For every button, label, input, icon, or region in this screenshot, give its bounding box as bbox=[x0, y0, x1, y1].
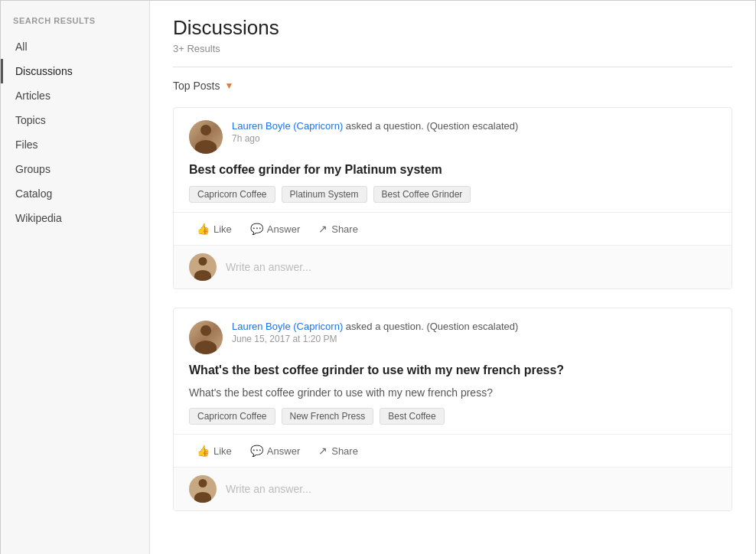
answer-icon: 💬 bbox=[250, 445, 263, 457]
post-timestamp: 7h ago bbox=[232, 133, 716, 144]
post-timestamp: June 15, 2017 at 1:20 PM bbox=[232, 334, 716, 344]
top-posts-label: Top Posts bbox=[173, 80, 220, 92]
post-card: Lauren Boyle (Capricorn) asked a questio… bbox=[173, 308, 732, 511]
like-label: Like bbox=[213, 223, 232, 235]
avatar bbox=[189, 321, 223, 354]
like-icon: 👍 bbox=[197, 223, 210, 235]
post-title: What's the best coffee grinder to use wi… bbox=[174, 363, 732, 377]
post-meta: Lauren Boyle (Capricorn) asked a questio… bbox=[232, 120, 716, 144]
tag[interactable]: Best Coffee bbox=[380, 408, 444, 425]
answer-placeholder[interactable]: Write an answer... bbox=[226, 483, 311, 495]
answer-button[interactable]: 💬 Answer bbox=[243, 219, 308, 239]
main-content: Discussions 3+ Results Top Posts ▼ Laure… bbox=[150, 1, 755, 554]
sidebar-item-all[interactable]: All bbox=[1, 34, 149, 59]
sidebar-item-groups[interactable]: Groups bbox=[1, 157, 149, 181]
post-meta: Lauren Boyle (Capricorn) asked a questio… bbox=[232, 321, 716, 344]
post-author-link[interactable]: Lauren Boyle (Capricorn) bbox=[232, 120, 343, 132]
avatar-image bbox=[189, 321, 223, 354]
post-action-text: asked a question. (Question escalated) bbox=[346, 120, 518, 132]
sidebar: SEARCH RESULTS All Discussions Articles … bbox=[1, 1, 150, 554]
top-posts-dropdown-icon[interactable]: ▼ bbox=[224, 80, 233, 91]
avatar bbox=[189, 120, 223, 154]
like-button[interactable]: 👍 Like bbox=[189, 219, 240, 239]
share-icon: ↗ bbox=[318, 445, 327, 457]
action-bar: 👍 Like 💬 Answer ↗ Share bbox=[174, 212, 732, 245]
post-action-text: asked a question. (Question escalated) bbox=[346, 321, 518, 332]
answer-avatar bbox=[189, 475, 217, 503]
avatar-image bbox=[189, 120, 223, 154]
share-label: Share bbox=[331, 223, 358, 235]
tag[interactable]: Best Coffee Grinder bbox=[373, 186, 471, 203]
answer-button[interactable]: 💬 Answer bbox=[243, 441, 308, 461]
post-card: Lauren Boyle (Capricorn) asked a questio… bbox=[173, 107, 732, 289]
tag[interactable]: Capricorn Coffee bbox=[189, 186, 275, 203]
post-author-line: Lauren Boyle (Capricorn) asked a questio… bbox=[232, 120, 716, 132]
answer-label: Answer bbox=[267, 445, 300, 457]
share-button[interactable]: ↗ Share bbox=[311, 219, 366, 239]
sidebar-header: SEARCH RESULTS bbox=[1, 16, 149, 34]
answer-icon: 💬 bbox=[250, 223, 263, 235]
sidebar-item-files[interactable]: Files bbox=[1, 132, 149, 157]
tags-row: Capricorn Coffee Platinum System Best Co… bbox=[174, 186, 732, 203]
post-header: Lauren Boyle (Capricorn) asked a questio… bbox=[189, 321, 716, 354]
post-content: Lauren Boyle (Capricorn) asked a questio… bbox=[174, 308, 732, 354]
divider bbox=[173, 67, 732, 67]
tags-row: Capricorn Coffee New French Press Best C… bbox=[174, 408, 732, 425]
answer-placeholder[interactable]: Write an answer... bbox=[226, 261, 311, 273]
sidebar-item-articles[interactable]: Articles bbox=[1, 83, 149, 108]
post-author-link[interactable]: Lauren Boyle (Capricorn) bbox=[232, 321, 343, 332]
post-body: What's the best coffee grinder to use wi… bbox=[174, 386, 732, 399]
page-title: Discussions bbox=[173, 16, 732, 40]
tag[interactable]: New French Press bbox=[282, 408, 374, 425]
like-button[interactable]: 👍 Like bbox=[189, 441, 240, 461]
post-content: Lauren Boyle (Capricorn) asked a questio… bbox=[174, 108, 732, 154]
tag[interactable]: Platinum System bbox=[282, 186, 367, 203]
sidebar-item-wikipedia[interactable]: Wikipedia bbox=[1, 206, 149, 230]
results-count: 3+ Results bbox=[173, 43, 732, 54]
answer-avatar bbox=[189, 253, 217, 281]
post-author-line: Lauren Boyle (Capricorn) asked a questio… bbox=[232, 321, 716, 332]
sidebar-item-discussions[interactable]: Discussions bbox=[1, 59, 149, 83]
tag[interactable]: Capricorn Coffee bbox=[189, 408, 275, 425]
post-title: Best coffee grinder for my Platinum syst… bbox=[174, 163, 732, 177]
sidebar-item-topics[interactable]: Topics bbox=[1, 108, 149, 132]
answer-label: Answer bbox=[267, 223, 300, 235]
like-icon: 👍 bbox=[197, 445, 210, 457]
top-posts-bar: Top Posts ▼ bbox=[173, 80, 732, 92]
like-label: Like bbox=[213, 445, 232, 457]
share-icon: ↗ bbox=[318, 223, 327, 235]
answer-area: Write an answer... bbox=[174, 467, 732, 510]
action-bar: 👍 Like 💬 Answer ↗ Share bbox=[174, 434, 732, 467]
answer-area: Write an answer... bbox=[174, 245, 732, 288]
share-button[interactable]: ↗ Share bbox=[311, 441, 366, 461]
post-header: Lauren Boyle (Capricorn) asked a questio… bbox=[189, 120, 716, 154]
share-label: Share bbox=[331, 445, 358, 457]
sidebar-item-catalog[interactable]: Catalog bbox=[1, 181, 149, 206]
